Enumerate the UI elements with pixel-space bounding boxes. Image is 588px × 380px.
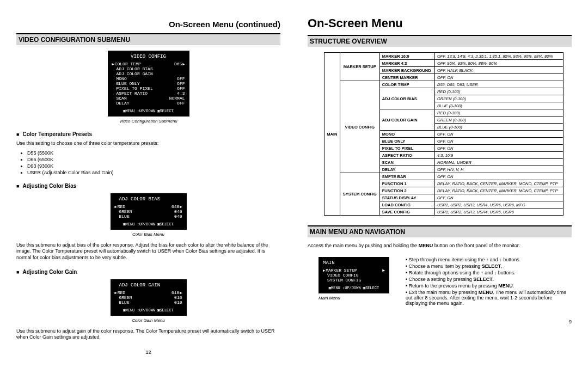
structure-overview-bar: STRUCTURE OVERVIEW [308,35,572,47]
color-bias-head: Adjusting Color Bias [16,183,280,189]
nav-intro: Access the main menu by pushing and hold… [308,243,572,249]
color-gain-display: ADJ COLOR GAIN RED010 GREEN010 BLUE010 ▣… [111,279,187,316]
color-bias-caption: Color Bias Menu [16,232,280,237]
left-section-bar: VIDEO CONFIGURATION SUBMENU [16,33,280,45]
presets-desc: Use this setting to choose one of three … [16,140,280,147]
right-main-title: On-Screen Menu [308,16,572,30]
video-config-submenu-display: VIDEO CONFIG COLOR TEMPD65 ADJ COLOR BIA… [108,51,189,117]
left-continued-title: On-Screen Menu (continued) [16,20,280,29]
left-column: On-Screen Menu (continued) VIDEO CONFIGU… [16,16,280,355]
main-menu-nav-bar: MAIN MENU AND NAVIGATION [308,225,572,237]
left-page-number: 12 [16,350,280,355]
video-config-caption: Video Configuration Submenu [16,119,280,124]
main-menu-caption: Main Menu [318,296,389,301]
color-temp-presets-head: Color Temperature Presets [16,131,280,137]
right-page-number: 9 [308,319,572,324]
color-bias-display: ADJ COLOR BIAS RED040 GREEN040 BLUE040 ▣… [111,193,187,230]
color-gain-caption: Color Gain Menu [16,318,280,323]
bias-desc: Use this submenu to adjust bias of the c… [16,242,280,261]
presets-list: D55 (5500K D65 (6500K D93 (9300K USER (A… [27,150,280,175]
right-column: On-Screen Menu STRUCTURE OVERVIEW MAIN M… [308,16,572,355]
gain-desc: Use this submenu to adjust gain of the c… [16,328,280,341]
color-gain-head: Adjusting Color Gain [16,269,280,275]
structure-table: MAIN MARKER SETUP MARKER 16:9 OFF, 13:9,… [324,52,564,216]
main-menu-display: MAIN MARKER SETUP▶ VIDEO CONFIG SYSTEM C… [318,257,389,293]
nav-steps: Step through menu items using the ↑ and … [406,256,572,307]
